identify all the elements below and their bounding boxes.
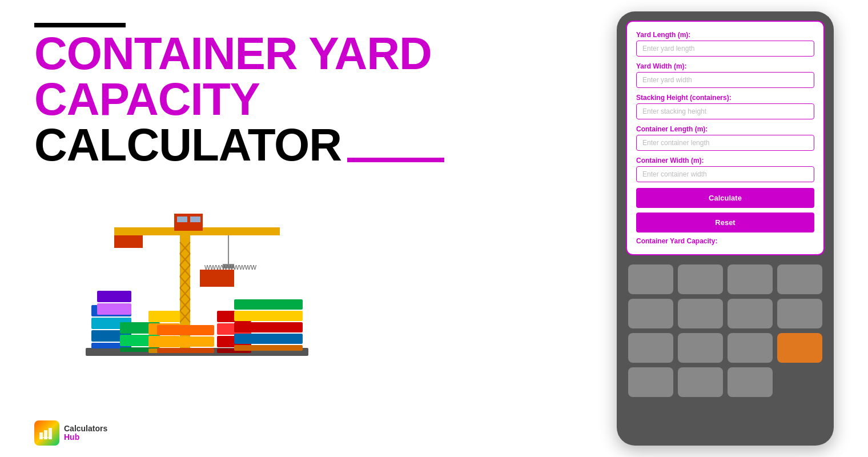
key-14[interactable]: [728, 367, 773, 397]
logo: Calculators Hub: [34, 420, 107, 446]
svg-rect-44: [234, 322, 303, 332]
svg-rect-47: [157, 325, 214, 335]
svg-rect-34: [148, 311, 180, 322]
reset-button[interactable]: Reset: [636, 213, 814, 232]
yard-width-label: Yard Width (m):: [636, 62, 814, 70]
svg-rect-24: [200, 270, 234, 287]
container-width-field: Container Width (m):: [636, 157, 814, 182]
svg-rect-45: [234, 334, 303, 344]
title-line1: CONTAINER YARD: [34, 31, 520, 77]
calculator-screen: Yard Length (m): Yard Width (m): Stackin…: [626, 21, 825, 255]
result-label: Container Yard Capacity:: [636, 237, 814, 245]
key-13[interactable]: [678, 367, 723, 397]
title-bar-decoration: [34, 23, 126, 27]
key-5[interactable]: [628, 299, 673, 328]
left-section: CONTAINER YARD CAPACITY CALCULATOR: [0, 0, 548, 457]
svg-rect-42: [234, 299, 303, 310]
stacking-height-input[interactable]: [636, 103, 814, 119]
container-length-input[interactable]: [636, 135, 814, 151]
svg-rect-22: [114, 235, 143, 248]
svg-rect-46: [234, 345, 303, 351]
yard-length-label: Yard Length (m):: [636, 31, 814, 39]
svg-rect-30: [97, 303, 131, 315]
logo-text: Calculators Hub: [64, 424, 107, 442]
svg-rect-49: [157, 348, 214, 353]
key-4[interactable]: [777, 264, 822, 294]
title-line2: CAPACITY: [34, 77, 520, 122]
key-equals[interactable]: [777, 333, 822, 363]
calculate-button[interactable]: Calculate: [636, 188, 814, 208]
svg-rect-19: [190, 217, 200, 222]
stacking-height-field: Stacking Height (containers):: [636, 94, 814, 119]
title-underline-decoration: [347, 158, 444, 162]
key-12[interactable]: [628, 367, 673, 397]
crane-illustration: wwwwwwwww: [69, 185, 326, 362]
key-10[interactable]: [678, 333, 723, 363]
title-line3: CALCULATOR: [34, 122, 520, 168]
container-width-label: Container Width (m):: [636, 157, 814, 165]
svg-rect-43: [234, 311, 303, 321]
container-width-input[interactable]: [636, 166, 814, 182]
key-7[interactable]: [728, 299, 773, 328]
svg-rect-50: [39, 432, 43, 439]
keypad: [626, 262, 825, 399]
yard-width-input[interactable]: [636, 72, 814, 88]
stacking-height-label: Stacking Height (containers):: [636, 94, 814, 102]
svg-rect-48: [157, 336, 214, 347]
key-1[interactable]: [628, 264, 673, 294]
yard-length-input[interactable]: [636, 41, 814, 57]
key-11[interactable]: [728, 333, 773, 363]
key-2[interactable]: [678, 264, 723, 294]
svg-rect-18: [177, 217, 187, 222]
key-8[interactable]: [777, 299, 822, 328]
yard-width-field: Yard Width (m):: [636, 62, 814, 88]
illustration: wwwwwwwww: [34, 179, 520, 362]
key-9[interactable]: [628, 333, 673, 363]
logo-icon: [34, 420, 59, 446]
svg-rect-29: [97, 291, 131, 302]
key-3[interactable]: [728, 264, 773, 294]
container-length-field: Container Length (m):: [636, 125, 814, 151]
yard-length-field: Yard Length (m):: [636, 31, 814, 57]
title-block: CONTAINER YARD CAPACITY CALCULATOR: [34, 23, 520, 168]
svg-rect-53: [39, 437, 52, 438]
key-6[interactable]: [678, 299, 723, 328]
calculator: Yard Length (m): Yard Width (m): Stackin…: [617, 11, 834, 446]
container-length-label: Container Length (m):: [636, 125, 814, 133]
